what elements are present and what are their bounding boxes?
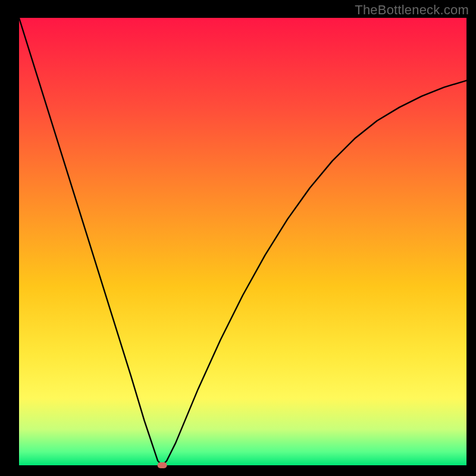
chart-container: TheBottleneck.com <box>0 0 476 476</box>
plot-background <box>19 18 466 465</box>
minimum-marker <box>158 462 167 468</box>
watermark-text: TheBottleneck.com <box>355 2 469 18</box>
bottleneck-chart <box>0 0 476 476</box>
